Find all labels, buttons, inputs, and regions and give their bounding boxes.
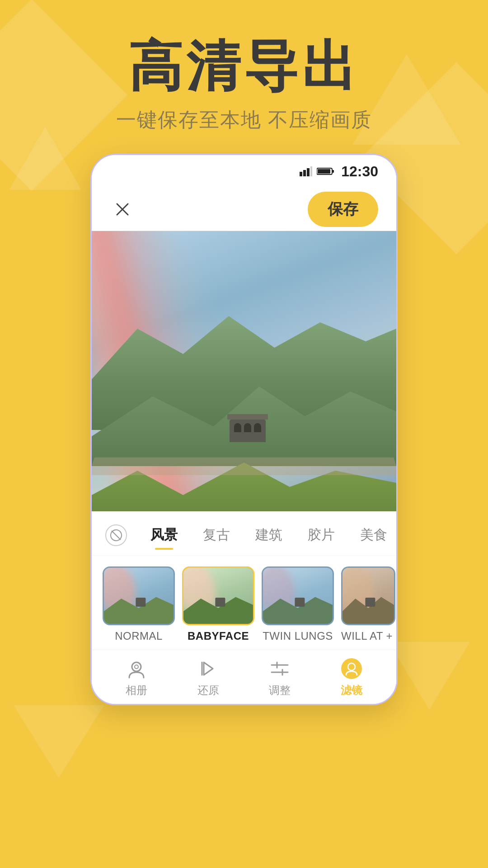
thumb-label-twin-lungs: TWIN LUNGS (263, 630, 333, 642)
mini-scene-will-at (343, 568, 394, 624)
svg-point-18 (342, 659, 361, 679)
svg-rect-1 (303, 170, 306, 176)
building-roof (227, 414, 268, 420)
arch-2 (244, 423, 251, 432)
svg-rect-0 (300, 172, 302, 176)
signal-icon (300, 166, 312, 176)
nav-adjust-label: 调整 (269, 683, 291, 698)
thumb-label-will-at: WILL AT + (341, 630, 395, 642)
arch-1 (234, 423, 241, 432)
thumb-label-normal: NORMAL (115, 630, 163, 642)
building (230, 414, 266, 446)
status-bar: 12:30 (92, 155, 396, 188)
thumb-img-twin-lungs (262, 566, 334, 625)
tab-film[interactable]: 胶片 (295, 522, 347, 548)
thumb-img-will-at (341, 566, 395, 625)
tab-landscape[interactable]: 风景 (138, 522, 190, 548)
top-section: 高清导出 一键保存至本地 不压缩画质 (0, 0, 488, 133)
thumb-img-normal (103, 566, 175, 625)
filter-icon (340, 657, 363, 680)
app-header: 保存 (92, 188, 396, 231)
no-filter-icon (110, 529, 122, 542)
bottom-nav: 相册 还原 (92, 650, 396, 704)
status-time: 12:30 (341, 163, 378, 180)
close-icon (114, 201, 131, 217)
svg-point-12 (135, 665, 138, 669)
svg-point-11 (132, 662, 141, 671)
filter-thumb-normal[interactable]: NORMAL (103, 566, 175, 642)
status-icons (300, 166, 334, 176)
photo-area (92, 231, 396, 511)
mini-scene-normal (104, 568, 174, 624)
svg-line-10 (112, 531, 121, 540)
mini-scene-babyface (183, 568, 253, 624)
adjust-icon (268, 657, 291, 680)
close-button[interactable] (110, 197, 135, 222)
nav-album-label: 相册 (126, 683, 147, 698)
nav-restore[interactable]: 还原 (173, 657, 244, 698)
svg-rect-5 (332, 170, 334, 173)
arch-3 (254, 423, 261, 432)
tab-retro[interactable]: 复古 (190, 522, 243, 548)
filter-section: 风景 复古 建筑 胶片 美食 人像 (92, 511, 396, 704)
filter-thumbnails: NORMAL BABYFACE (92, 556, 396, 650)
nav-filter-label: 滤镜 (341, 683, 362, 698)
filter-thumb-twin-lungs[interactable]: TWIN LUNGS (262, 566, 334, 642)
svg-rect-3 (310, 166, 312, 176)
battery-icon (317, 167, 334, 176)
filter-thumb-will-at[interactable]: WILL AT + (341, 566, 395, 642)
svg-rect-6 (318, 169, 330, 174)
building-arches (230, 420, 266, 432)
nav-album[interactable]: 相册 (101, 657, 173, 698)
svg-rect-2 (307, 168, 310, 176)
main-title: 高清导出 (0, 36, 488, 96)
phone-mockup: 12:30 保存 (90, 154, 398, 705)
filter-thumb-babyface[interactable]: BABYFACE (182, 566, 254, 642)
restore-icon (197, 657, 220, 680)
nav-adjust[interactable]: 调整 (244, 657, 316, 698)
nav-restore-label: 还原 (197, 683, 219, 698)
tab-food[interactable]: 美食 (347, 522, 396, 548)
thumb-img-babyface (182, 566, 254, 625)
phone-screen: 12:30 保存 (90, 154, 398, 705)
nav-filter[interactable]: 滤镜 (316, 657, 388, 698)
filter-tabs: 风景 复古 建筑 胶片 美食 人像 (92, 511, 396, 556)
save-button[interactable]: 保存 (308, 192, 378, 227)
road (92, 458, 396, 475)
mini-scene-twin-lungs (263, 568, 333, 624)
sub-title: 一键保存至本地 不压缩画质 (0, 107, 488, 133)
tab-architecture[interactable]: 建筑 (243, 522, 295, 548)
thumb-label-babyface: BABYFACE (188, 630, 249, 642)
album-icon (125, 657, 148, 680)
no-filter-button[interactable] (105, 524, 127, 546)
building-body (230, 420, 266, 442)
